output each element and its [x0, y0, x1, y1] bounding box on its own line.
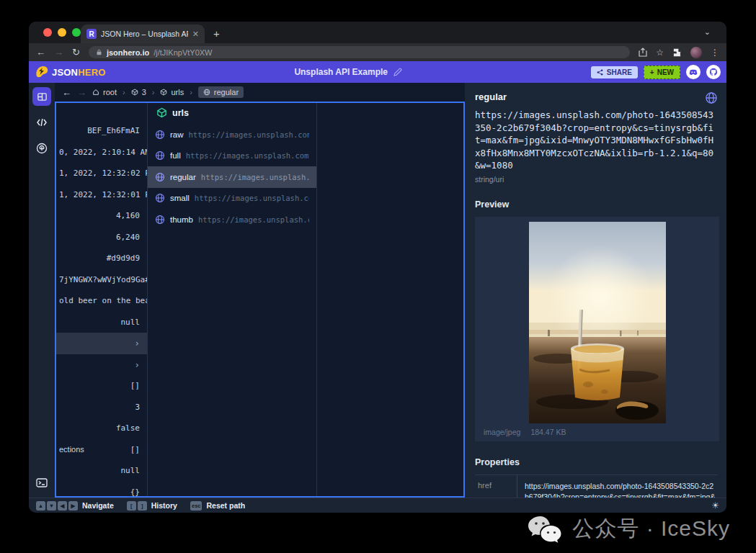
- traffic-lights: [43, 28, 81, 37]
- app-header: JSONHERO Unsplash API Example SHARE: [29, 61, 726, 83]
- json-row[interactable]: false: [55, 418, 147, 439]
- empty-column: [317, 102, 465, 498]
- json-row[interactable]: ections[]: [55, 439, 147, 461]
- toolbar-icons: ☆ ⋮: [639, 47, 719, 58]
- tree-view-button[interactable]: [32, 139, 51, 158]
- globe-icon: [155, 172, 165, 182]
- url-item-raw[interactable]: rawhttps://images.unsplash.com/ph…: [148, 124, 316, 145]
- json-row[interactable]: BEF_Eh6FmAI: [55, 120, 147, 142]
- url-item-small[interactable]: smallhttps://images.unsplash.com/p…: [148, 188, 316, 210]
- jsonhero-logo-icon: [35, 65, 49, 79]
- json-row[interactable]: old beer on the beach: [55, 290, 147, 312]
- json-row[interactable]: 4,160: [55, 205, 147, 227]
- reload-button[interactable]: ↻: [72, 48, 80, 57]
- arrow-keys-icon: ▲▼◀▶: [36, 501, 78, 511]
- property-value[interactable]: https://images.unsplash.com/photo-164350…: [517, 475, 718, 498]
- history-hint: [] History: [127, 501, 177, 511]
- extensions-puzzle-icon[interactable]: [672, 48, 682, 57]
- github-button[interactable]: [706, 65, 721, 79]
- json-row[interactable]: #d9d9d9: [55, 248, 147, 269]
- maximize-window-button[interactable]: [72, 28, 81, 37]
- breadcrumb-separator: ›: [190, 88, 192, 96]
- browser-tab[interactable]: R JSON Hero – Unsplash API Exa ✕: [81, 24, 205, 43]
- url-item-full[interactable]: fullhttps://images.unsplash.com/ph…: [148, 145, 316, 167]
- breadcrumb: ← → root ›: [55, 83, 465, 102]
- preview-size: 184.47 KB: [530, 428, 566, 436]
- json-row[interactable]: ›: [55, 354, 147, 376]
- json-row-urls-selected[interactable]: ›: [55, 333, 147, 354]
- detail-type: string/uri: [475, 175, 718, 184]
- json-row[interactable]: null: [55, 460, 147, 482]
- edit-title-icon[interactable]: [393, 68, 402, 76]
- properties-table: href https://images.unsplash.com/photo-1…: [475, 475, 718, 498]
- tree-icon: [36, 143, 48, 154]
- lock-icon: [96, 49, 102, 55]
- url-path: /j/tJIKnpVtY0XW: [154, 48, 212, 57]
- tab-search-chevron-icon[interactable]: ⌄: [704, 27, 711, 37]
- globe-icon: [705, 91, 718, 104]
- breadcrumb-item-urls[interactable]: urls: [160, 88, 184, 96]
- back-button[interactable]: ←: [36, 48, 45, 57]
- terminal-button[interactable]: [32, 473, 51, 492]
- object-cube-icon: [156, 107, 167, 118]
- property-key: href: [475, 475, 517, 498]
- document-title-wrap: Unsplash API Example: [106, 67, 591, 77]
- json-row[interactable]: 1, 2022, 12:32:02 PM…: [55, 163, 147, 184]
- preview-image[interactable]: [529, 222, 666, 423]
- forward-button[interactable]: →: [54, 48, 63, 57]
- watermark-text: 公众号 · IceSky: [572, 514, 730, 544]
- urls-column: urls rawhttps://images.unsplash.com/ph… …: [148, 102, 317, 498]
- column-view-icon: [37, 91, 48, 102]
- breadcrumb-item-root[interactable]: root: [92, 88, 117, 96]
- profile-avatar[interactable]: [690, 47, 702, 58]
- code-icon: [36, 118, 48, 127]
- preview-mime: image/jpeg: [484, 428, 520, 436]
- tab-title: JSON Hero – Unsplash API Exa: [101, 30, 188, 38]
- discord-button[interactable]: [686, 65, 701, 79]
- json-row[interactable]: 6,240: [55, 227, 147, 248]
- breadcrumb-item-regular[interactable]: regular: [198, 86, 244, 98]
- browser-titlebar: R JSON Hero – Unsplash API Exa ✕ + ⌄: [29, 22, 726, 43]
- breadcrumb-item-3[interactable]: 3: [131, 88, 146, 96]
- editor-view-button[interactable]: [32, 113, 51, 132]
- bracket-keys-icon: []: [127, 501, 147, 511]
- url-item-thumb[interactable]: thumbhttps://images.unsplash.com/…: [148, 209, 316, 230]
- jsonhero-logo[interactable]: JSONHERO: [35, 65, 106, 79]
- json-row[interactable]: []: [55, 375, 147, 397]
- address-bar[interactable]: jsonhero.io/j/tJIKnpVtY0XW: [89, 46, 630, 58]
- json-row[interactable]: 7jYNGWX?wWVjYod9Ga#o…: [55, 269, 147, 291]
- preview-heading: Preview: [475, 199, 718, 210]
- bookmark-star-icon[interactable]: ☆: [656, 48, 664, 58]
- screenshot-background: R JSON Hero – Unsplash API Exa ✕ + ⌄ ← →…: [0, 0, 756, 553]
- json-row[interactable]: null: [55, 312, 147, 333]
- close-window-button[interactable]: [43, 28, 52, 37]
- detail-value-url[interactable]: https://images.unsplash.com/photo-164350…: [475, 109, 716, 172]
- url-item-regular-selected[interactable]: regularhttps://images.unsplash.com…: [148, 166, 316, 188]
- path-back-icon[interactable]: ←: [62, 87, 71, 98]
- json-row[interactable]: {}: [55, 482, 147, 498]
- preview-box: image/jpeg 184.47 KB: [475, 217, 719, 441]
- theme-toggle-sun-icon[interactable]: ☀: [711, 500, 719, 511]
- browser-window: R JSON Hero – Unsplash API Exa ✕ + ⌄ ← →…: [29, 22, 726, 513]
- minimize-window-button[interactable]: [58, 28, 66, 37]
- app-footer: ▲▼◀▶ Navigate [] History esc Reset path …: [29, 498, 726, 513]
- json-row[interactable]: 3: [55, 397, 147, 418]
- new-document-button[interactable]: + NEW: [644, 66, 680, 79]
- github-icon: [709, 68, 718, 76]
- share-page-icon[interactable]: [639, 48, 647, 57]
- path-forward-icon[interactable]: →: [77, 87, 86, 98]
- browser-menu-icon[interactable]: ⋮: [711, 48, 719, 58]
- navigate-hint: ▲▼◀▶ Navigate: [36, 501, 114, 511]
- new-tab-button[interactable]: +: [213, 27, 220, 40]
- urls-column-title: urls: [172, 108, 189, 118]
- detail-title: regular: [475, 91, 507, 102]
- column-view-button[interactable]: [32, 87, 51, 106]
- share-button[interactable]: SHARE: [591, 66, 638, 78]
- detail-panel: regular https://images.unsplash.com/phot…: [465, 83, 726, 498]
- tab-close-icon[interactable]: ✕: [192, 30, 199, 39]
- globe-icon: [203, 89, 210, 96]
- json-row[interactable]: 0, 2022, 2:10:14 AM …: [55, 142, 147, 163]
- json-row[interactable]: 1, 2022, 12:32:01 P…: [55, 184, 147, 206]
- home-icon: [92, 89, 99, 96]
- esc-key-icon: esc: [190, 501, 203, 511]
